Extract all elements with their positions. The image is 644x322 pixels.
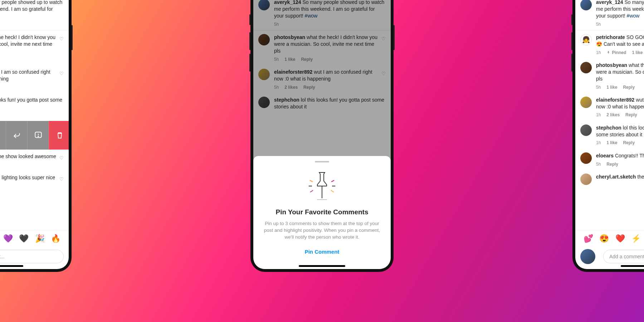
comment-username[interactable]: cheryl.art.sketch xyxy=(596,174,636,180)
emoji-shortcut[interactable]: 🖤 xyxy=(19,234,29,243)
emoji-shortcut[interactable]: 🎉 xyxy=(35,234,45,243)
phone-mockup-1: ‹ Comments averyk_124 So many people sho… xyxy=(0,0,72,272)
comment-time: 1h xyxy=(596,112,601,118)
comment-row[interactable]: elaineforster892 wut I am so confused ri… xyxy=(575,93,644,121)
comment-input[interactable]: Add a comment... xyxy=(603,250,644,263)
comment-row[interactable]: eloears Congrats!! The show looked aweso… xyxy=(0,150,69,171)
comment-row[interactable]: stephchon lol this looks fun! you gotta … xyxy=(575,121,644,149)
caption-hashtag[interactable]: #wow xyxy=(627,13,640,19)
like-icon[interactable]: ♡ xyxy=(59,36,64,42)
emoji-shortcut-bar: 💕 😍 ❤️ ⚡ 💜 🖤 🎉 🔥 xyxy=(0,230,69,246)
comment-username[interactable]: photosbyean xyxy=(596,62,627,68)
home-indicator[interactable] xyxy=(299,265,345,267)
svg-point-1 xyxy=(38,136,39,137)
comment-text: Congrats!! The show looked awesome xyxy=(0,153,56,159)
emoji-shortcut-bar: 💕 😍 ❤️ ⚡ 💜 🖤 🎉 🔥 xyxy=(575,230,644,246)
comment-text: wut I am so confused right now :0 what i… xyxy=(0,69,50,82)
post-caption: averyk_124 So many people showed up to w… xyxy=(0,0,69,30)
comment-likes[interactable]: 1 like xyxy=(606,84,617,90)
comment-row[interactable]: photosbyean what the heck! I didn't know… xyxy=(0,30,69,65)
post-caption: averyk_124 So many people showed up to w… xyxy=(575,0,644,30)
comment-text: the lighting looks super nice xyxy=(637,174,644,180)
caption-text: So many people showed up to watch me per… xyxy=(0,0,62,19)
phone-mockup-2: ‹ Comments averyk_124 So many people sho… xyxy=(250,0,394,272)
sheet-grabber[interactable] xyxy=(315,161,329,162)
svg-line-5 xyxy=(331,180,334,182)
pin-comment-sheet: Pin Your Favorite Comments Pin up to 3 c… xyxy=(253,156,391,269)
comment-text: Congrats!! The show looked awesome xyxy=(615,153,644,158)
svg-line-2 xyxy=(310,180,313,182)
comment-row-swiped[interactable]: any props show ♡ xyxy=(0,121,69,150)
sheet-body: Pin up to 3 comments to show them at the… xyxy=(262,220,382,241)
emoji-shortcut[interactable]: ⚡ xyxy=(631,234,641,243)
home-indicator[interactable] xyxy=(621,265,644,267)
reply-button[interactable]: Reply xyxy=(623,84,635,90)
pin-illustration-icon xyxy=(304,170,340,202)
comment-text: what the heck! I didn't know you were a … xyxy=(0,34,55,54)
comment-text: lol this looks fun! you gotta post some … xyxy=(0,97,62,109)
comment-time: 5h xyxy=(596,84,601,90)
delete-action-icon[interactable] xyxy=(49,121,69,150)
avatar[interactable] xyxy=(580,125,592,136)
caption-username[interactable]: averyk_124 xyxy=(596,0,623,5)
avatar[interactable]: 👧 xyxy=(580,34,592,45)
comment-username[interactable]: elaineforster892 xyxy=(596,97,634,103)
reply-action-icon[interactable] xyxy=(6,121,27,150)
like-icon[interactable]: ♡ xyxy=(59,155,64,161)
comment-row-pinned[interactable]: 👧 petrichorate SO GOOD! So many props ha… xyxy=(575,30,644,58)
emoji-shortcut[interactable]: 💜 xyxy=(3,234,13,243)
reply-button[interactable]: Reply xyxy=(606,161,618,167)
caption-time: 5h xyxy=(596,21,601,27)
comment-username[interactable]: eloears xyxy=(596,153,614,158)
avatar[interactable] xyxy=(580,0,592,10)
avatar[interactable] xyxy=(580,97,592,108)
comment-row[interactable]: cheryl.art.sketch the lighting looks sup… xyxy=(575,170,644,188)
pin-action-icon[interactable] xyxy=(0,121,6,150)
pin-comment-button[interactable]: Pin Comment xyxy=(262,249,382,255)
comment-time: 1h xyxy=(596,140,601,146)
comment-text: the lighting looks super nice xyxy=(0,175,55,180)
emoji-shortcut[interactable]: 🔥 xyxy=(51,234,60,243)
comment-likes[interactable]: 2 likes xyxy=(606,112,620,118)
comment-row[interactable]: eloears Congrats!! The show looked aweso… xyxy=(575,149,644,170)
comment-likes[interactable]: 1 like xyxy=(632,50,643,55)
reply-button[interactable]: Reply xyxy=(623,140,635,146)
home-indicator[interactable] xyxy=(0,265,23,267)
svg-line-7 xyxy=(331,190,334,192)
comment-username[interactable]: stephchon xyxy=(596,125,621,131)
avatar[interactable] xyxy=(580,249,595,264)
comment-input[interactable]: Add a comment... xyxy=(0,250,64,263)
phone-mockup-3: ‹ Comments averyk_124 So many people sho… xyxy=(572,0,644,272)
comment-row[interactable]: stephchon lol this looks fun! you gotta … xyxy=(0,93,69,121)
emoji-shortcut[interactable]: ❤️ xyxy=(615,234,625,243)
avatar[interactable] xyxy=(580,174,592,185)
avatar[interactable] xyxy=(580,62,592,73)
emoji-shortcut[interactable]: 💕 xyxy=(584,234,593,243)
comment-row[interactable]: photosbyean what the heck! I didn't know… xyxy=(575,58,644,93)
comment-row[interactable]: elaineforster892 wut I am so confused ri… xyxy=(0,65,69,93)
comment-row[interactable]: cheryl.art.sketch the lighting looks sup… xyxy=(0,171,69,189)
svg-rect-10 xyxy=(608,53,609,54)
like-icon[interactable]: ♡ xyxy=(59,71,64,76)
reply-button[interactable]: Reply xyxy=(625,112,637,118)
avatar[interactable] xyxy=(580,152,592,164)
comment-time: 1h xyxy=(596,50,601,55)
svg-line-4 xyxy=(310,190,313,192)
emoji-shortcut[interactable]: 😍 xyxy=(599,234,609,243)
pinned-badge: Pinned xyxy=(606,50,626,55)
comment-likes[interactable]: 1 like xyxy=(606,140,617,146)
report-action-icon[interactable] xyxy=(27,121,49,150)
comment-time: 5h xyxy=(596,161,601,167)
like-icon[interactable]: ♡ xyxy=(59,176,64,182)
sheet-title: Pin Your Favorite Comments xyxy=(262,208,382,216)
comments-feed[interactable]: averyk_124 So many people showed up to w… xyxy=(575,0,644,230)
comment-username[interactable]: petrichorate xyxy=(596,34,625,40)
comments-feed[interactable]: averyk_124 So many people showed up to w… xyxy=(0,0,69,230)
swipe-action-bar xyxy=(0,121,69,150)
